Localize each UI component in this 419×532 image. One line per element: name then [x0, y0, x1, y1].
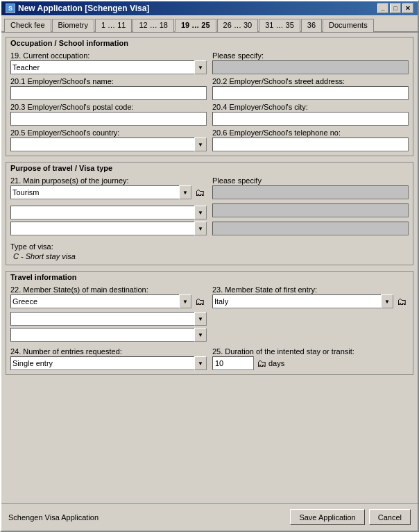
field25-group: 25. Duration of the intented stay or tra… — [212, 347, 409, 370]
tab-31-35[interactable]: 31 … 35 — [259, 19, 300, 32]
field203-input[interactable] — [10, 112, 207, 126]
field205-group: 20.5 Employer/School's country: ▼ — [10, 128, 207, 151]
field22-extra1-select[interactable] — [10, 312, 207, 326]
field22-extra1-wrapper: ▼ — [10, 312, 207, 326]
content-spacer — [6, 381, 413, 499]
travel-purpose-section: Purpose of travel / Visa type 21. Main p… — [6, 162, 413, 265]
field21-extra2-select[interactable] — [10, 222, 207, 235]
field21-extra-select-row1: ▼ — [10, 206, 207, 219]
field21-select[interactable]: Tourism Business Visiting family or frie… — [10, 185, 191, 199]
field201-group: 20.1 Employer/School's name: — [10, 77, 207, 100]
field22-label: 22. Member State(s) of main destination: — [10, 285, 207, 294]
field21-select-wrapper: Tourism Business Visiting family or frie… — [10, 185, 191, 199]
visa-type-label: Type of visa: — [10, 241, 409, 252]
field22-select-wrapper: Greece France Germany Italy Spain Nether… — [10, 294, 191, 308]
tab-bar: Check fee Biometry 1 … 11 12 … 18 19 … 2… — [1, 15, 418, 33]
save-application-button[interactable]: Save Application — [290, 509, 364, 525]
visa-type-value: C - Short stay visa — [10, 252, 409, 260]
travel-please-specify-input2[interactable] — [212, 203, 409, 217]
footer: Schengen Visa Application Save Applicati… — [1, 503, 418, 531]
travel-info-section-inner: 22. Member State(s) of main destination:… — [6, 283, 413, 374]
field25-label: 25. Duration of the intented stay or tra… — [212, 347, 409, 356]
window-title: New Application [Schengen Visa] — [18, 3, 149, 13]
field205-label: 20.5 Employer/School's country: — [10, 128, 207, 137]
field22-group: 22. Member State(s) of main destination:… — [10, 285, 207, 308]
travel-info-section: Travel information 22. Member State(s) o… — [6, 271, 413, 375]
field205-select[interactable] — [10, 138, 207, 151]
please-specify-input[interactable] — [212, 60, 409, 74]
field19-select-wrapper: Teacher Student Employed Self-employed U… — [10, 60, 207, 74]
tab-1-11[interactable]: 1 … 11 — [95, 19, 132, 32]
field21-label: 21. Main purpose(s) of the journey: — [10, 176, 207, 185]
field25-input[interactable] — [212, 356, 254, 370]
minimize-button[interactable]: _ — [377, 3, 388, 13]
field206-group: 20.6 Employer/School's telephone no: — [212, 128, 409, 151]
footer-app-label: Schengen Visa Application — [8, 513, 99, 522]
title-controls: _ □ ✕ — [377, 3, 413, 13]
tab-26-30[interactable]: 26 … 30 — [217, 19, 259, 32]
field204-input[interactable] — [212, 112, 409, 126]
tab-19-25[interactable]: 19 … 25 — [175, 19, 216, 32]
occupation-row3: 20.3 Employer/School's postal code: 20.4… — [10, 103, 409, 126]
occupation-row2: 20.1 Employer/School's name: 20.2 Employ… — [10, 77, 409, 100]
occupation-row1: 19. Current occupation: Teacher Student … — [10, 51, 409, 74]
field204-group: 20.4 Employer/School's city: — [212, 103, 409, 126]
tab-biometry[interactable]: Biometry — [52, 19, 94, 32]
field22-select[interactable]: Greece France Germany Italy Spain Nether… — [10, 294, 191, 308]
field21-extra-select-row2: ▼ — [10, 222, 207, 235]
field22-folder-icon[interactable]: 🗂 — [193, 294, 207, 308]
field21-select-with-icon: Tourism Business Visiting family or frie… — [10, 185, 207, 199]
travel-please-specify-input3[interactable] — [212, 222, 409, 235]
title-bar-left: S New Application [Schengen Visa] — [6, 3, 149, 13]
close-button[interactable]: ✕ — [402, 3, 413, 13]
field202-input[interactable] — [212, 86, 409, 100]
visa-type-container: Type of visa: C - Short stay visa — [10, 241, 409, 260]
occupation-section: Occupation / School information 19. Curr… — [6, 37, 413, 156]
travel-please-specify-input1[interactable] — [212, 185, 409, 199]
field24-select[interactable]: Single entry Two entries Multiple entrie… — [10, 356, 207, 370]
field23-folder-icon[interactable]: 🗂 — [395, 294, 409, 308]
field22-extra-row1: ▼ — [10, 312, 207, 326]
field24-group: 24. Number of entries requested: Single … — [10, 347, 207, 370]
main-content: Occupation / School information 19. Curr… — [1, 33, 418, 503]
field25-calendar-icon[interactable]: 🗂 — [257, 358, 266, 369]
field201-input[interactable] — [10, 86, 207, 100]
field23-group: 23. Member State of first entry: Italy F… — [212, 285, 409, 342]
occupation-row4: 20.5 Employer/School's country: ▼ 20.6 E… — [10, 128, 409, 151]
window-icon: S — [6, 3, 15, 13]
travel-purpose-row1: 21. Main purpose(s) of the journey: Tour… — [10, 176, 409, 235]
field21-extra-selects: ▼ ▼ — [10, 206, 207, 235]
main-window: S New Application [Schengen Visa] _ □ ✕ … — [0, 0, 419, 532]
tab-documents[interactable]: Documents — [323, 19, 374, 32]
field22-extra2-select[interactable] — [10, 328, 207, 342]
field21-extra1-select[interactable] — [10, 206, 207, 219]
field203-label: 20.3 Employer/School's postal code: — [10, 103, 207, 111]
title-bar: S New Application [Schengen Visa] _ □ ✕ — [1, 1, 418, 15]
field19-select[interactable]: Teacher Student Employed Self-employed U… — [10, 60, 207, 74]
field206-input[interactable] — [212, 138, 409, 151]
field25-duration-row: 🗂 days — [212, 356, 409, 370]
please-specify-group: Please specify: — [212, 51, 409, 74]
field21-folder-icon[interactable]: 🗂 — [193, 185, 207, 199]
field24-label: 24. Number of entries requested: — [10, 347, 207, 356]
field19-label: 19. Current occupation: — [10, 51, 207, 60]
field206-label: 20.6 Employer/School's telephone no: — [212, 128, 409, 137]
field25-days-icon-wrapper: 🗂 days — [257, 358, 284, 369]
travel-info-row1: 22. Member State(s) of main destination:… — [10, 285, 409, 342]
maximize-button[interactable]: □ — [390, 3, 401, 13]
tab-12-18[interactable]: 12 … 18 — [132, 19, 174, 32]
field23-label: 23. Member State of first entry: — [212, 285, 409, 294]
field23-select[interactable]: Italy France Germany Greece Spain Nether… — [212, 294, 393, 308]
field21-extra1-wrapper: ▼ — [10, 206, 207, 219]
travel-purpose-section-title: Purpose of travel / Visa type — [6, 163, 413, 174]
tab-check-fee[interactable]: Check fee — [4, 19, 51, 32]
field22-extra-row2: ▼ — [10, 328, 207, 342]
field204-label: 20.4 Employer/School's city: — [212, 103, 409, 111]
cancel-button[interactable]: Cancel — [369, 509, 411, 525]
tab-36[interactable]: 36 — [301, 19, 322, 32]
field23-select-with-icon: Italy France Germany Greece Spain Nether… — [212, 294, 409, 308]
field22-extra2-wrapper: ▼ — [10, 328, 207, 342]
field205-select-wrapper: ▼ — [10, 138, 207, 151]
field202-group: 20.2 Employer/School's street address: — [212, 77, 409, 100]
field22-select-with-icon: Greece France Germany Italy Spain Nether… — [10, 294, 207, 308]
